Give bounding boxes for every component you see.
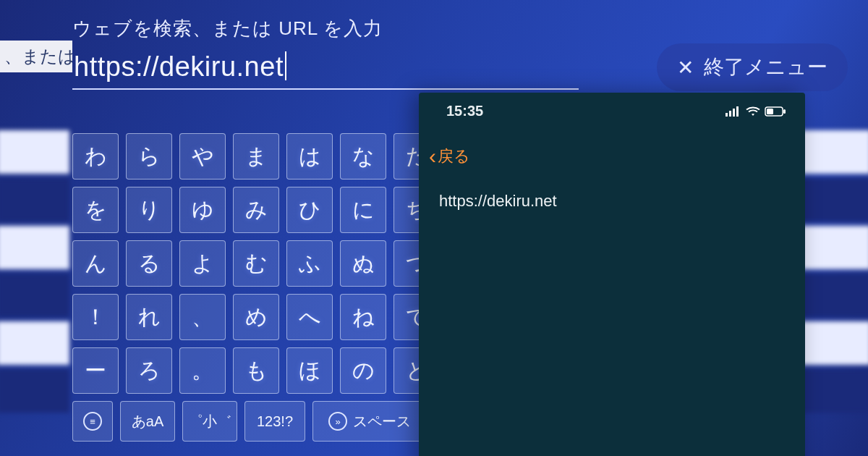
right-blur-strip [799, 130, 868, 456]
exit-menu-button[interactable]: ✕ 終了メニュー [657, 43, 848, 91]
kana-key[interactable]: を [72, 187, 119, 233]
phone-body-text[interactable]: https://dekiru.net [419, 174, 805, 228]
kana-key[interactable]: ぬ [340, 240, 386, 287]
globe-key[interactable]: ≡ [72, 401, 113, 442]
kana-key[interactable]: よ [179, 240, 226, 287]
url-input[interactable]: https://dekiru.net [72, 48, 579, 90]
kana-key[interactable]: の [340, 347, 386, 394]
kana-key[interactable]: や [179, 133, 226, 180]
kana-key[interactable]: ん [72, 240, 119, 287]
kana-key[interactable]: み [233, 187, 279, 233]
exit-menu-label: 終了メニュー [704, 54, 827, 81]
kana-key[interactable]: 、 [179, 294, 226, 340]
left-blur-strip [0, 130, 69, 456]
svg-rect-1 [729, 111, 731, 117]
status-icons [726, 106, 786, 117]
background-address-fragment: 、または [0, 41, 72, 72]
battery-icon [765, 106, 786, 117]
number-symbol-key[interactable]: 123!? [244, 401, 305, 442]
kana-key[interactable]: へ [286, 294, 333, 340]
svg-rect-6 [783, 109, 786, 114]
svg-rect-2 [733, 109, 735, 117]
kana-key[interactable]: に [340, 187, 386, 233]
input-mode-key[interactable]: あaA [120, 401, 175, 442]
kana-key[interactable]: む [233, 240, 279, 287]
url-prompt-label: ウェブを検索、または URL を入力 [72, 16, 579, 41]
url-value: https://dekiru.net [74, 51, 284, 82]
kana-key[interactable]: も [233, 347, 279, 394]
svg-rect-0 [726, 113, 728, 117]
wifi-icon [746, 106, 760, 117]
kana-key[interactable]: り [126, 187, 172, 233]
play-icon: » [328, 412, 347, 431]
kana-key[interactable]: れ [126, 294, 172, 340]
kana-key[interactable]: め [233, 294, 279, 340]
svg-rect-3 [736, 106, 739, 117]
back-button[interactable]: ‹ 戻る [419, 124, 805, 174]
status-time: 15:35 [446, 103, 483, 119]
small-kana-key[interactable]: ゜小゛ [182, 401, 237, 442]
back-label: 戻る [438, 145, 470, 167]
phone-status-bar: 15:35 [419, 93, 805, 124]
kana-key[interactable]: ろ [126, 347, 172, 394]
kana-key[interactable]: ー [72, 347, 119, 394]
kana-key[interactable]: ほ [286, 347, 333, 394]
kana-key[interactable]: ゆ [179, 187, 226, 233]
space-key[interactable]: » スペース [312, 401, 427, 442]
svg-rect-5 [767, 109, 773, 114]
kana-key[interactable]: な [340, 133, 386, 180]
chevron-left-icon: ‹ [429, 149, 436, 164]
close-icon: ✕ [677, 56, 694, 80]
kana-key[interactable]: ら [126, 133, 172, 180]
kana-key[interactable]: わ [72, 133, 119, 180]
text-caret [285, 51, 286, 80]
kana-key[interactable]: 。 [179, 347, 226, 394]
kana-key[interactable]: る [126, 240, 172, 287]
kana-key[interactable]: ま [233, 133, 279, 180]
kana-key[interactable]: ！ [72, 294, 119, 340]
kana-key[interactable]: ね [340, 294, 386, 340]
kana-key[interactable]: ひ [286, 187, 333, 233]
kana-key[interactable]: ふ [286, 240, 333, 287]
space-label: スペース [353, 412, 411, 431]
cellular-icon [726, 106, 741, 117]
phone-overlay: 15:35 ‹ 戻る https://dekiru.net [419, 93, 805, 456]
kana-key[interactable]: は [286, 133, 333, 180]
